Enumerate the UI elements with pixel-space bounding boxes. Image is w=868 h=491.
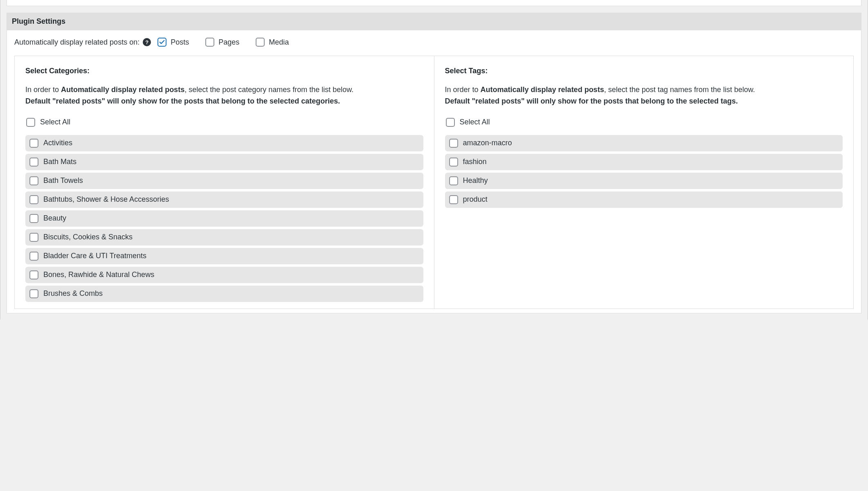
category-item-label: Bladder Care & UTI Treatments xyxy=(43,252,146,260)
categories-desc-prefix: In order to xyxy=(25,86,61,94)
label-media: Media xyxy=(269,38,289,47)
option-media[interactable]: Media xyxy=(256,38,289,47)
tag-item-label: product xyxy=(463,195,488,204)
categories-select-all-checkbox[interactable] xyxy=(26,118,35,127)
category-item-label: Bath Mats xyxy=(43,158,76,166)
category-item-checkbox[interactable] xyxy=(29,158,38,167)
tags-title: Select Tags: xyxy=(445,67,843,75)
option-pages[interactable]: Pages xyxy=(205,38,239,47)
categories-title: Select Categories: xyxy=(25,67,423,75)
tags-select-all-label: Select All xyxy=(460,118,490,126)
page-container: Plugin Settings Automatically display re… xyxy=(0,0,868,320)
category-item[interactable]: Bones, Rawhide & Natural Chews xyxy=(25,267,423,283)
category-item-label: Beauty xyxy=(43,214,66,223)
panel-body: Automatically display related posts on: … xyxy=(7,30,861,313)
category-item-checkbox[interactable] xyxy=(29,139,38,148)
category-item[interactable]: Bladder Care & UTI Treatments xyxy=(25,248,423,264)
label-pages: Pages xyxy=(218,38,239,47)
categories-select-all-label: Select All xyxy=(40,118,70,126)
tags-desc-bold2: Default "related posts" will only show f… xyxy=(445,97,738,105)
category-item[interactable]: Activities xyxy=(25,135,423,151)
tag-item[interactable]: fashion xyxy=(445,154,843,170)
tags-select-all[interactable]: Select All xyxy=(445,118,843,127)
tags-desc-bold1: Automatically display related posts xyxy=(481,86,604,94)
categories-select-all[interactable]: Select All xyxy=(25,118,423,127)
categories-scroll-area[interactable]: ActivitiesBath MatsBath TowelsBathtubs, … xyxy=(25,135,423,304)
tags-list-container: amazon-macrofashionHealthyproduct xyxy=(445,135,843,208)
plugin-settings-panel: Plugin Settings Automatically display re… xyxy=(7,13,861,313)
category-item-checkbox[interactable] xyxy=(29,233,38,242)
panel-title: Plugin Settings xyxy=(7,13,861,30)
category-item-label: Bathtubs, Shower & Hose Accessories xyxy=(43,195,169,204)
category-item[interactable]: Biscuits, Cookies & Snacks xyxy=(25,229,423,246)
category-item[interactable]: Beauty xyxy=(25,210,423,227)
category-item-label: Bones, Rawhide & Natural Chews xyxy=(43,270,154,279)
categories-description: In order to Automatically display relate… xyxy=(25,84,423,107)
tag-item-checkbox[interactable] xyxy=(449,139,458,148)
category-item-checkbox[interactable] xyxy=(29,270,38,279)
tag-item-checkbox[interactable] xyxy=(449,158,458,167)
category-item[interactable]: Bath Towels xyxy=(25,173,423,189)
categories-list-container: ActivitiesBath MatsBath TowelsBathtubs, … xyxy=(25,135,423,304)
tag-item[interactable]: Healthy xyxy=(445,173,843,189)
tags-desc-mid: , select the post tag names from the lis… xyxy=(604,86,755,94)
auto-display-row: Automatically display related posts on: … xyxy=(14,38,854,47)
category-item[interactable]: Bath Mats xyxy=(25,154,423,170)
categories-desc-mid: , select the post category names from th… xyxy=(184,86,353,94)
tags-desc-prefix: In order to xyxy=(445,86,481,94)
categories-column: Select Categories: In order to Automatic… xyxy=(15,56,434,309)
category-item-label: Activities xyxy=(43,139,72,147)
categories-desc-bold2: Default "related posts" will only show f… xyxy=(25,97,340,105)
tags-select-all-checkbox[interactable] xyxy=(446,118,455,127)
checkbox-media[interactable] xyxy=(256,38,265,47)
checkbox-posts[interactable] xyxy=(157,38,166,47)
category-item-checkbox[interactable] xyxy=(29,176,38,185)
tags-list: amazon-macrofashionHealthyproduct xyxy=(445,135,843,208)
tag-item-label: amazon-macro xyxy=(463,139,512,147)
category-item[interactable]: Bathtubs, Shower & Hose Accessories xyxy=(25,191,423,208)
tag-item[interactable]: amazon-macro xyxy=(445,135,843,151)
category-item-label: Brushes & Combs xyxy=(43,289,103,298)
tag-item-label: fashion xyxy=(463,158,487,166)
check-icon xyxy=(159,39,165,45)
categories-desc-bold1: Automatically display related posts xyxy=(61,86,184,94)
category-item-checkbox[interactable] xyxy=(29,252,38,261)
category-item[interactable]: Brushes & Combs xyxy=(25,286,423,302)
columns-wrap: Select Categories: In order to Automatic… xyxy=(14,56,854,309)
category-item-checkbox[interactable] xyxy=(29,289,38,298)
tag-item-checkbox[interactable] xyxy=(449,195,458,204)
top-panel-edge xyxy=(7,0,861,6)
category-item-label: Bath Towels xyxy=(43,176,83,185)
category-item-checkbox[interactable] xyxy=(29,195,38,204)
label-posts: Posts xyxy=(171,38,189,47)
help-icon[interactable]: ? xyxy=(143,38,151,46)
option-posts[interactable]: Posts xyxy=(157,38,189,47)
category-item-checkbox[interactable] xyxy=(29,214,38,223)
tag-item-label: Healthy xyxy=(463,176,488,185)
tags-description: In order to Automatically display relate… xyxy=(445,84,843,107)
tag-item[interactable]: product xyxy=(445,191,843,208)
tags-column: Select Tags: In order to Automatically d… xyxy=(434,56,854,309)
auto-display-label: Automatically display related posts on: xyxy=(14,38,139,47)
tag-item-checkbox[interactable] xyxy=(449,176,458,185)
checkbox-pages[interactable] xyxy=(205,38,214,47)
category-item-label: Biscuits, Cookies & Snacks xyxy=(43,233,133,241)
